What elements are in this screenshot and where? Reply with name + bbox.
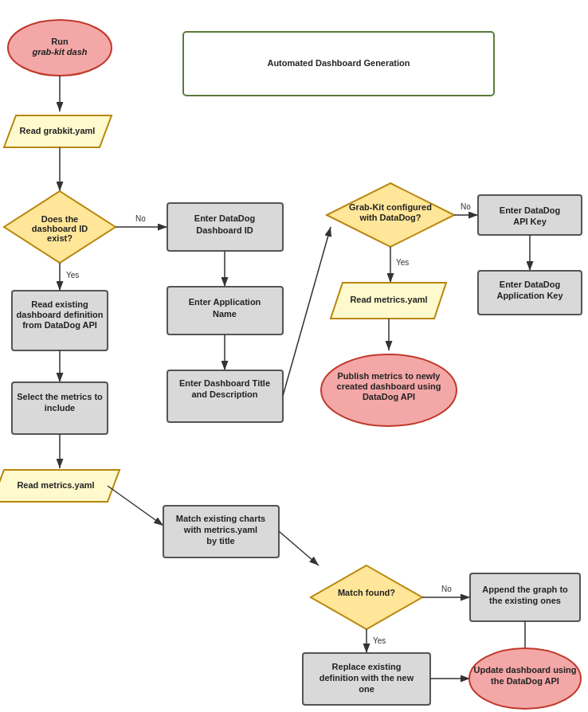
read-existing-label1: Read existing	[31, 299, 88, 309]
dashboard-id-label2: dashboard ID	[32, 224, 88, 233]
publish-metrics-label1: Publish metrics to newly	[338, 371, 441, 381]
enter-api-key-node	[478, 195, 582, 235]
enter-api-key-label2: API Key	[513, 217, 547, 226]
read-metrics-yaml-left-label: Read metrics.yaml	[17, 480, 94, 490]
title-text: Automated Dashboard Generation	[267, 58, 410, 68]
dashboard-id-label1: Does the	[41, 214, 78, 224]
no-label-3: No	[441, 585, 452, 593]
yes-label-2: Yes	[66, 271, 79, 280]
yes-label-3: Yes	[373, 636, 386, 645]
replace-existing-label1: Replace existing	[332, 662, 402, 671]
match-charts-label1: Match existing charts	[176, 514, 265, 523]
run-grab-kit-label: Run	[51, 37, 69, 46]
svg-text:grab-kit dash: grab-kit dash	[31, 47, 87, 57]
append-graph-label1: Append the graph to	[482, 585, 568, 594]
select-metrics-label2: include	[45, 403, 76, 413]
match-found-label: Match found?	[338, 588, 395, 597]
enter-app-name-label2: Name	[213, 309, 237, 319]
read-grabkit-yaml-label: Read grabkit.yaml	[20, 126, 96, 135]
arrow-read-to-match	[108, 486, 163, 526]
read-existing-label3: from DataDog API	[22, 320, 97, 330]
no-label-1: No	[135, 214, 146, 223]
select-metrics-label1: Select the metrics to	[17, 392, 103, 401]
enter-dashboard-id-label1: Enter DataDog	[194, 213, 255, 223]
enter-dashboard-id-label2: Dashboard ID	[196, 225, 253, 235]
match-charts-label3: by title	[206, 536, 234, 546]
publish-metrics-label2: created dashboard using	[337, 381, 441, 391]
no-label-2: No	[461, 202, 471, 211]
grabkit-configured-label2: with DataDog?	[359, 213, 421, 222]
enter-app-key-label2: Application Key	[496, 291, 563, 300]
replace-existing-label3: one	[359, 684, 374, 694]
enter-app-key-label1: Enter DataDog	[500, 280, 560, 289]
enter-dashboard-title-label1: Enter Dashboard Title	[179, 378, 270, 388]
enter-dashboard-title-label2: and Description	[191, 389, 257, 399]
replace-existing-label2: definition with the new	[319, 673, 414, 683]
flowchart: Automated Dashboard Generation Run grab-…	[0, 0, 588, 712]
match-charts-label2: with metrics.yaml	[183, 525, 257, 534]
yes-label-1: Yes	[396, 258, 409, 267]
match-found-decision	[311, 565, 422, 629]
publish-metrics-label3: DataDog API	[363, 392, 415, 401]
update-dashboard-label2: the DataDog API	[491, 676, 559, 686]
grabkit-configured-label1: Grab-Kit configured	[349, 202, 432, 212]
arrow-title-to-grabkit	[283, 227, 331, 396]
update-dashboard-label1: Update dashboard using	[474, 665, 577, 675]
enter-api-key-label1: Enter DataDog	[500, 205, 560, 215]
append-graph-label2: the existing ones	[489, 596, 561, 605]
enter-app-name-label1: Enter Application	[189, 297, 261, 307]
read-existing-label2: dashboard definition	[17, 310, 104, 319]
read-metrics-yaml-right-label: Read metrics.yaml	[350, 295, 427, 304]
arrow-match-to-decision	[279, 531, 319, 565]
dashboard-id-label3: exist?	[47, 233, 73, 243]
